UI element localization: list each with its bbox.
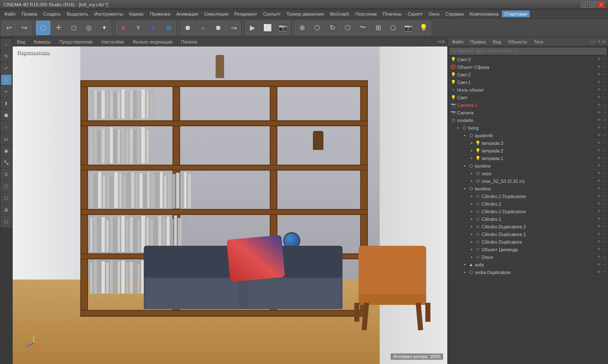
world-axis-button[interactable]: 🌐	[162, 21, 176, 35]
model-mode-button[interactable]: ⬡	[36, 21, 50, 35]
tree-item-2[interactable]: 💡Свет.2👁✓	[448, 71, 608, 79]
tree-lock-icon[interactable]: ✓	[602, 156, 607, 161]
menu-item-17[interactable]: Справка	[443, 11, 466, 17]
tree-vis-icon[interactable]: 👁	[597, 232, 602, 237]
texture-tool-left[interactable]: ⬡	[1, 216, 12, 227]
tree-vis-icon[interactable]: 👁	[597, 194, 602, 199]
tree-lock-icon[interactable]: ✓	[602, 87, 607, 92]
tree-vis-icon[interactable]: 👁	[597, 80, 602, 85]
tree-lock-icon[interactable]: ✓	[602, 141, 607, 146]
camera-tool[interactable]: 📷	[401, 21, 416, 35]
tree-lock-icon[interactable]: ✓	[602, 163, 607, 168]
tree-lock-icon[interactable]: ✓	[602, 209, 607, 214]
tree-item-12[interactable]: ▸💡lampada.2👁✓	[448, 147, 608, 155]
tree-vis-icon[interactable]: 👁	[597, 209, 602, 214]
tree-vis-icon[interactable]: 👁	[597, 156, 602, 161]
tree-item-3[interactable]: 💡Свет.1👁✓	[448, 79, 608, 86]
tree-vis-icon[interactable]: 👁	[597, 163, 602, 168]
snap-tool[interactable]: ⬡	[386, 21, 400, 35]
tree-vis-icon[interactable]: 👁	[597, 179, 602, 184]
tree-item-5[interactable]: 💡Свет👁✓	[448, 94, 608, 101]
tree-vis-icon[interactable]: 👁	[597, 224, 602, 229]
menu-item-5[interactable]: Каркас	[126, 11, 146, 17]
tree-item-17[interactable]: ▸⬡tavolino👁✓	[448, 185, 608, 193]
grid-tool[interactable]: ⊞	[371, 21, 385, 35]
viewport-menu-panels[interactable]: Панели	[179, 38, 199, 45]
tree-lock-icon[interactable]: ✓	[602, 110, 607, 115]
tree-item-9[interactable]: ▸⬡living👁✓	[448, 124, 608, 132]
tree-vis-icon[interactable]: 👁	[597, 65, 602, 70]
rotate-tool-left[interactable]: ↻	[1, 51, 12, 62]
axis-mode-button[interactable]: ◎	[82, 21, 96, 35]
tree-lock-icon[interactable]: ✓	[602, 201, 607, 206]
z-axis-button[interactable]: Z	[146, 21, 161, 35]
scene-file-menu[interactable]: Файл	[450, 39, 465, 45]
tree-vis-icon[interactable]: 👁	[597, 87, 602, 92]
tree-lock-icon[interactable]: ✓	[602, 72, 607, 77]
menu-item-4[interactable]: Инструменты	[92, 11, 126, 17]
menu-item-1[interactable]: Правка	[19, 11, 40, 17]
tree-lock-icon[interactable]: ✓	[602, 270, 607, 275]
tree-lock-icon[interactable]: ✓	[602, 194, 607, 199]
viewport-menu-cameras[interactable]: Камеры	[32, 38, 52, 45]
tree-item-27[interactable]: ▸▲sofa👁✓	[448, 261, 608, 269]
menu-item-0[interactable]: Файл	[2, 11, 18, 17]
tree-vis-icon[interactable]: 👁	[597, 171, 602, 176]
tree-item-11[interactable]: ▸💡lampada.3👁✓	[448, 139, 608, 147]
menu-item-18[interactable]: Компонована	[467, 11, 501, 17]
tree-vis-icon[interactable]: 👁	[597, 103, 602, 108]
tree-lock-icon[interactable]: ✓	[602, 224, 607, 229]
tree-vis-icon[interactable]: 👁	[597, 72, 602, 77]
knife-tool-left[interactable]: ✂	[1, 86, 12, 97]
tree-item-25[interactable]: ▸□Объект Цилиндр👁✓	[448, 246, 608, 253]
tree-lock-icon[interactable]: ✓	[602, 239, 607, 244]
tree-item-0[interactable]: 💡Свет.3👁✓	[448, 56, 608, 63]
tree-item-1[interactable]: ⭕Объект Сфера👁✓	[448, 63, 608, 71]
tree-item-6[interactable]: 📷Camera.1👁✓	[448, 101, 608, 109]
scale-tool-left[interactable]: ⤢	[1, 62, 12, 73]
tree-lock-icon[interactable]: ✓	[602, 118, 607, 123]
tree-vis-icon[interactable]: 👁	[597, 217, 602, 222]
menu-item-7[interactable]: Анимация	[174, 11, 201, 17]
tree-lock-icon[interactable]: ✓	[602, 255, 607, 260]
tree-lock-icon[interactable]: ✓	[602, 247, 607, 252]
scene-tags-menu[interactable]: Теги	[532, 39, 545, 45]
menu-item-14[interactable]: Плагины	[380, 11, 404, 17]
tree-item-21[interactable]: ▸□Cilindro.1👁✓	[448, 215, 608, 223]
tree-vis-icon[interactable]: 👁	[597, 57, 602, 62]
animate-button[interactable]: ✦	[97, 21, 111, 35]
x-axis-button[interactable]: X	[116, 21, 130, 35]
tree-lock-icon[interactable]: ✓	[602, 95, 607, 100]
keyframe-button[interactable]: ⬦	[196, 21, 210, 35]
magnet-tool-left[interactable]: 🔧	[1, 157, 12, 168]
select-tool-left[interactable]: ⬡	[1, 74, 12, 85]
tree-vis-icon[interactable]: 👁	[597, 118, 602, 123]
tree-lock-icon[interactable]: ✓	[602, 80, 607, 85]
tree-vis-icon[interactable]: 👁	[597, 186, 602, 191]
tree-lock-icon[interactable]: ✓	[602, 133, 607, 138]
tree-vis-icon[interactable]: 👁	[597, 239, 602, 244]
viewport-menu-view[interactable]: Вид	[15, 38, 27, 45]
tree-lock-icon[interactable]: ✓	[602, 232, 607, 237]
menu-item-19[interactable]: Стартовая	[502, 11, 530, 17]
paint-tool-left[interactable]: ⬡	[1, 181, 12, 192]
tree-item-22[interactable]: ▸□Cilindro Duplicatore.2👁✓	[448, 223, 608, 231]
grid-tool-left[interactable]: ⊞	[1, 204, 12, 215]
menu-item-3[interactable]: Выделить	[64, 11, 91, 17]
tree-vis-icon[interactable]: 👁	[597, 201, 602, 206]
record-button[interactable]: ⏺	[181, 21, 195, 35]
tree-lock-icon[interactable]: ✓	[602, 217, 607, 222]
undo-button[interactable]: ↩	[2, 21, 16, 35]
spline-tool[interactable]: 〜	[356, 21, 370, 35]
tree-vis-icon[interactable]: 👁	[597, 255, 602, 260]
tree-item-18[interactable]: ▸□Cilindro.2 Duplicatore👁✓	[448, 193, 608, 200]
tree-item-7[interactable]: 📷Camera👁✓	[448, 109, 608, 117]
tree-item-10[interactable]: ▸⬡quadretti👁✓	[448, 132, 608, 139]
menu-item-16[interactable]: Окно	[426, 11, 442, 17]
render-button[interactable]: ▶	[245, 21, 260, 35]
tree-vis-icon[interactable]: 👁	[597, 110, 602, 115]
tree-item-23[interactable]: ▸□Cilindro Duplicatore.1👁✓	[448, 231, 608, 238]
tree-lock-icon[interactable]: ✓	[602, 65, 607, 70]
tree-vis-icon[interactable]: 👁	[597, 95, 602, 100]
tree-item-16[interactable]: ▸⬡rose_02_03 (0.32 m)👁✓	[448, 177, 608, 185]
